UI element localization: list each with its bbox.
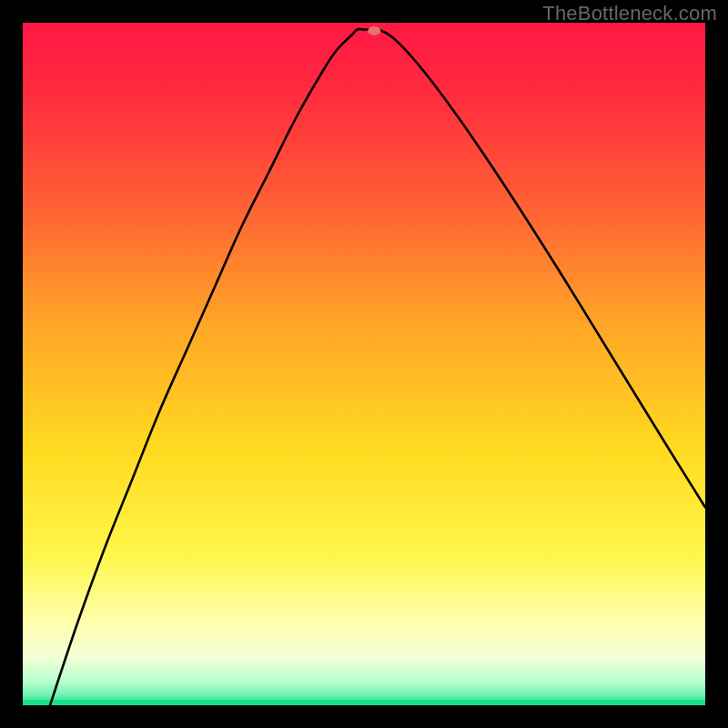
plot-svg bbox=[23, 23, 705, 705]
gradient-background bbox=[23, 23, 705, 705]
green-baseline bbox=[23, 700, 705, 705]
chart-frame: TheBottleneck.com bbox=[0, 0, 728, 728]
bottleneck-plot bbox=[23, 23, 705, 705]
optimal-marker bbox=[368, 26, 380, 35]
